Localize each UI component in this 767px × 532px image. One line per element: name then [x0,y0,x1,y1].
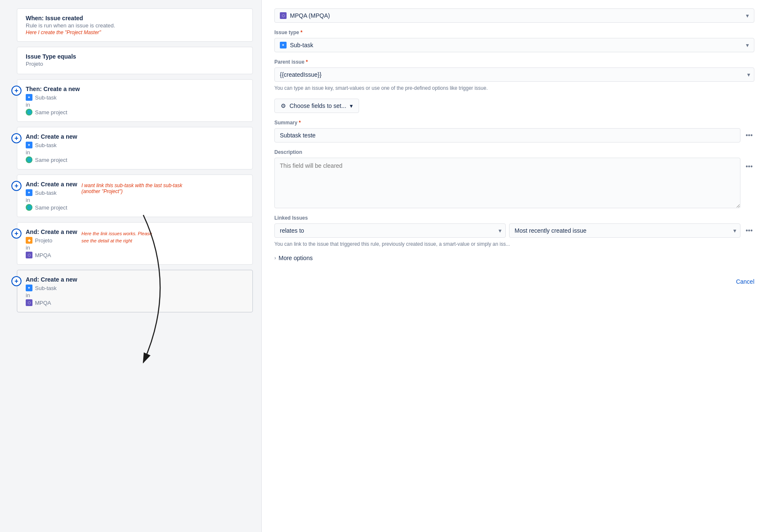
project-select[interactable]: ⬡ MPQA (MPQA) ▾ [274,8,754,23]
linked-issues-helper: You can link to the issue that triggered… [274,240,754,248]
rule-title-then1: Then: Create a new [26,86,246,92]
subtask-icon-then1: ✦ [26,94,32,101]
add-button-and3[interactable]: + [11,228,21,239]
project-select-value: MPQA (MPQA) [290,12,749,19]
add-button-then1[interactable]: + [11,86,21,96]
parent-issue-select[interactable]: {{createdIssue}} [274,67,754,82]
project-icon-and3: ◆ [26,237,32,244]
in-label-then1: in [26,102,246,108]
location-label-and4: MPQA [35,300,51,306]
rule-item-and2[interactable]: + And: Create a new ✦ Sub-task in 🌐 Same… [17,175,253,217]
linked-issues-row: relates to Most recently created issue •… [274,223,754,238]
rule-annotation-when: Here I create the "Project Master" [26,30,246,35]
rule-title-and1: And: Create a new [26,133,246,140]
in-label-and3: in [26,245,77,251]
most-recently-wrapper: Most recently created issue [509,223,740,238]
rule-title-and3: And: Create a new [26,228,77,235]
issue-type-icon: ✦ [280,42,287,48]
linked-issues-options-button[interactable]: ••• [744,225,754,236]
choose-fields-chevron: ▾ [350,102,353,109]
world-icon-and2: 🌐 [26,204,32,211]
rule-item-condition[interactable]: Issue Type equals Projeto [17,47,253,74]
annotation-and3: Here the link issues works. Please see t… [81,228,157,244]
rule-title-condition: Issue Type equals [26,53,246,60]
type-label-then1: Sub-task [35,94,56,101]
in-label-and1: in [26,149,246,156]
subtask-icon-and4: ✦ [26,285,32,291]
rule-item-and4[interactable]: + And: Create a new ✦ Sub-task in ⬡ MPQA [17,270,253,312]
location-label-and2: Same project [35,204,67,211]
parent-issue-select-wrapper: {{createdIssue}} [274,67,754,82]
location-label-then1: Same project [35,109,67,116]
world-icon-then1: 🌐 [26,109,32,116]
subtask-icon-and1: ✦ [26,142,32,148]
summary-input[interactable] [274,128,740,142]
type-label-and2: Sub-task [35,190,56,196]
summary-options-button[interactable]: ••• [744,130,754,141]
rule-title-and4: And: Create a new [26,276,246,283]
rule-title-and2: And: Create a new [26,181,77,188]
issue-type-label: Issue type * [274,30,754,35]
relates-to-select[interactable]: relates to [274,223,506,238]
project-select-icon: ⬡ [280,12,287,19]
add-button-and1[interactable]: + [11,133,21,143]
right-panel: ⬡ MPQA (MPQA) ▾ Issue type * ✦ Sub-task … [261,0,767,532]
description-label: Description [274,149,754,155]
subtask-icon-and2: ✦ [26,189,32,196]
summary-row: ••• [274,128,754,142]
parent-issue-helper: You can type an issue key, smart-values … [274,84,754,92]
choose-fields-button[interactable]: ⚙ Choose fields to set... ▾ [274,99,359,113]
relates-to-wrapper: relates to [274,223,506,238]
world-icon-and1: 🌐 [26,156,32,163]
rule-item-and3[interactable]: + And: Create a new ◆ Projeto in ⬡ MPQA [17,222,253,265]
add-button-and4[interactable]: + [11,276,21,286]
location-label-and3: MPQA [35,252,51,258]
rule-item-then1[interactable]: + Then: Create a new ✦ Sub-task in 🌐 Sam… [17,79,253,122]
add-button-and2[interactable]: + [11,181,21,191]
issue-type-value: Sub-task [290,42,749,48]
issue-type-chevron: ▾ [746,42,749,48]
type-label-and3: Projeto [35,237,52,244]
more-options-label: More options [279,255,313,261]
rule-subtitle-condition: Projeto [26,61,246,67]
in-label-and2: in [26,197,77,203]
project-select-chevron: ▾ [746,12,749,19]
more-options-chevron: › [274,255,276,261]
mpqa-icon-and4: ⬡ [26,299,32,306]
issue-type-select[interactable]: ✦ Sub-task ▾ [274,38,754,52]
more-options-toggle[interactable]: › More options [274,255,754,261]
rule-item-when[interactable]: When: Issue created Rule is run when an … [17,8,253,42]
gear-icon: ⚙ [281,102,286,109]
annotation-and2: I want link this sub-task with the last … [81,181,191,194]
cancel-button[interactable]: Cancel [736,278,754,285]
summary-label: Summary * [274,120,754,126]
rule-title-when: When: Issue created [26,15,246,21]
location-label-and1: Same project [35,157,67,163]
mpqa-icon-and3: ⬡ [26,252,32,258]
parent-issue-label: Parent issue * [274,59,754,65]
description-options-button[interactable]: ••• [744,161,754,172]
rule-subtitle-when: Rule is run when an issue is created. [26,22,246,29]
type-label-and4: Sub-task [35,285,56,291]
rule-item-and1[interactable]: + And: Create a new ✦ Sub-task in 🌐 Same… [17,127,253,169]
most-recently-select[interactable]: Most recently created issue [509,223,740,238]
type-label-and1: Sub-task [35,142,56,148]
in-label-and4: in [26,292,246,298]
linked-issues-label: Linked Issues [274,215,754,221]
description-textarea[interactable] [274,158,740,208]
